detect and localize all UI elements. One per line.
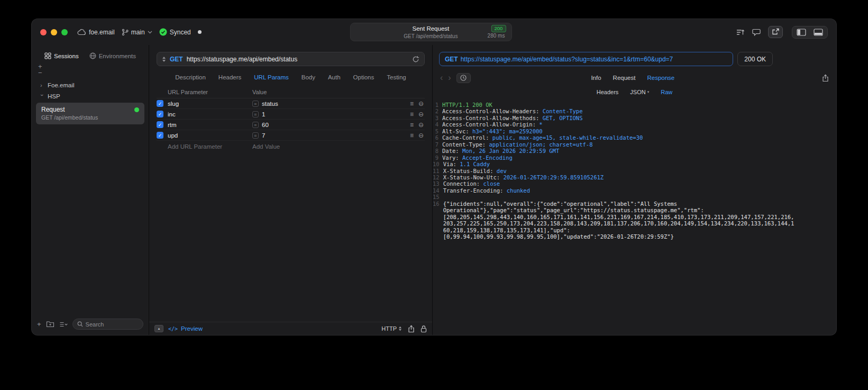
- request-url-bar[interactable]: GET https://statuspage.me/api/embed/stat…: [157, 52, 425, 66]
- response-request-line[interactable]: GET https://statuspage.me/api/embed/stat…: [439, 52, 733, 66]
- share-request-icon[interactable]: [408, 325, 415, 333]
- reorder-handle-icon[interactable]: ≡: [410, 111, 414, 118]
- chevron-down-icon: [148, 31, 152, 34]
- value-type-icon[interactable]: =: [252, 122, 259, 128]
- param-checkbox[interactable]: ✓: [157, 132, 163, 139]
- line-content: Transfer-Encoding: chunked: [443, 187, 836, 194]
- param-checkbox[interactable]: ✓: [157, 111, 163, 117]
- lock-icon[interactable]: [421, 325, 427, 333]
- cloud-icon: [77, 29, 86, 35]
- reorder-handle-icon[interactable]: ≡: [410, 100, 414, 107]
- remove-row-icon[interactable]: ⊖: [418, 121, 424, 129]
- protocol-selector[interactable]: HTTP: [381, 325, 402, 332]
- sidebar-tab-environments[interactable]: Environments: [89, 52, 136, 59]
- param-value-field[interactable]: 1: [262, 111, 265, 117]
- layout-bottom-icon[interactable]: [814, 29, 823, 36]
- response-tab-response[interactable]: Response: [647, 75, 674, 81]
- method-stepper-icon[interactable]: [162, 56, 166, 62]
- branch-selector[interactable]: main: [122, 29, 152, 36]
- request-url-input[interactable]: https://statuspage.me/api/embed/status: [187, 56, 408, 63]
- minimize-window-button[interactable]: [51, 29, 57, 35]
- request-method[interactable]: GET: [170, 56, 183, 63]
- add-url-parameter-field[interactable]: Add URL Parameter: [157, 143, 252, 150]
- response-tabs: InfoRequestResponse: [591, 75, 674, 81]
- add-request-icon[interactable]: +: [37, 320, 41, 328]
- list-arrow-icon[interactable]: [736, 28, 745, 37]
- code-line: 16{"incidents":null,"overall":{"code":"o…: [433, 201, 836, 240]
- request-tab-headers[interactable]: Headers: [218, 74, 241, 80]
- line-number: 6: [433, 134, 442, 141]
- request-status-capsule[interactable]: Sent Request 200 GET /api/embed/status 2…: [350, 23, 511, 41]
- reorder-handle-icon[interactable]: ≡: [410, 121, 414, 129]
- value-type-icon[interactable]: =: [252, 111, 259, 117]
- project-name: foe.email: [89, 29, 115, 36]
- sort-list-icon[interactable]: [59, 321, 68, 328]
- subtab-label: Headers: [597, 89, 619, 95]
- value-type-icon[interactable]: =: [252, 101, 259, 107]
- param-row-slug: ✓slug=status≡⊖: [157, 98, 425, 109]
- export-response-icon[interactable]: [822, 74, 829, 82]
- request-list-item-selected[interactable]: Request GET /api/embed/status: [36, 103, 144, 124]
- param-name-field[interactable]: upd: [168, 132, 252, 139]
- request-tab-testing[interactable]: Testing: [387, 74, 406, 80]
- response-subtab-json[interactable]: JSON▾: [630, 89, 649, 95]
- param-checkbox[interactable]: ✓: [157, 121, 163, 128]
- param-checkbox[interactable]: ✓: [157, 100, 163, 107]
- remove-row-icon[interactable]: ⊖: [418, 111, 424, 118]
- project-menu[interactable]: foe.email: [77, 29, 115, 36]
- response-status-pill: 200 OK: [737, 52, 773, 66]
- collapse-panel-button[interactable]: ▴: [154, 325, 163, 332]
- param-name-field[interactable]: slug: [168, 101, 252, 107]
- param-name-field[interactable]: inc: [168, 111, 252, 117]
- remove-row-icon[interactable]: ⊖: [418, 100, 424, 107]
- request-tab-url-params[interactable]: URL Params: [254, 74, 288, 80]
- zoom-window-button[interactable]: [61, 29, 68, 35]
- protocol-label: HTTP: [381, 325, 397, 332]
- param-name-field[interactable]: rtm: [168, 122, 252, 128]
- line-number: 2: [433, 108, 442, 114]
- value-type-icon[interactable]: =: [252, 132, 259, 139]
- layout-sidebar-icon[interactable]: [797, 29, 806, 36]
- history-back-icon[interactable]: ‹: [440, 73, 443, 83]
- reorder-handle-icon[interactable]: ≡: [410, 132, 414, 139]
- request-tab-auth[interactable]: Auth: [328, 74, 341, 80]
- line-number: 10: [433, 161, 443, 167]
- preview-button[interactable]: </> Preview: [168, 325, 203, 332]
- search-input[interactable]: [86, 321, 139, 328]
- code-line: 14Transfer-Encoding: chunked: [433, 187, 836, 194]
- remove-session-icon[interactable]: −: [38, 70, 144, 76]
- tree-item-hsp[interactable]: › HSP: [36, 90, 144, 102]
- resend-refresh-icon[interactable]: [412, 56, 419, 63]
- request-tab-description[interactable]: Description: [175, 74, 206, 80]
- line-content: {"incidents":null,"overall":{"code":"ope…: [443, 201, 836, 240]
- response-tab-request[interactable]: Request: [613, 75, 636, 81]
- add-value-field[interactable]: Add Value: [252, 143, 280, 150]
- response-subtab-headers[interactable]: Headers: [597, 89, 619, 95]
- request-tab-options[interactable]: Options: [353, 74, 374, 80]
- sidebar-search[interactable]: [72, 319, 143, 330]
- response-tab-info[interactable]: Info: [591, 75, 601, 81]
- request-tab-body[interactable]: Body: [301, 74, 315, 80]
- param-value-field[interactable]: 60: [262, 122, 269, 128]
- sync-status[interactable]: Synced: [159, 28, 191, 36]
- code-line: 9Vary: Accept-Encoding: [433, 155, 836, 161]
- remove-row-icon[interactable]: ⊖: [418, 132, 424, 139]
- history-forward-icon[interactable]: ›: [448, 73, 451, 83]
- tree-item-foe-email[interactable]: › Foe.email: [36, 79, 144, 90]
- param-value-field[interactable]: 7: [262, 132, 265, 139]
- git-branch-icon: [122, 29, 129, 36]
- comment-icon[interactable]: [752, 28, 761, 37]
- history-clock-button[interactable]: [456, 73, 471, 83]
- close-window-button[interactable]: [40, 29, 47, 35]
- response-body[interactable]: 1HTTP/1.1 200 OK2Access-Control-Allow-He…: [433, 97, 836, 335]
- response-subtab-raw[interactable]: Raw: [661, 89, 672, 95]
- param-value-field[interactable]: status: [262, 101, 278, 107]
- line-content: Access-Control-Allow-Origin: *: [442, 121, 836, 128]
- sidebar-tab-sessions[interactable]: Sessions: [44, 52, 79, 59]
- tree-label: Foe.email: [48, 82, 75, 88]
- export-code-icon[interactable]: [768, 26, 783, 38]
- column-header-value: Value: [252, 89, 267, 95]
- capsule-duration: 280 ms: [488, 33, 505, 39]
- new-folder-icon[interactable]: [46, 321, 54, 328]
- add-session-icon[interactable]: +: [38, 64, 144, 70]
